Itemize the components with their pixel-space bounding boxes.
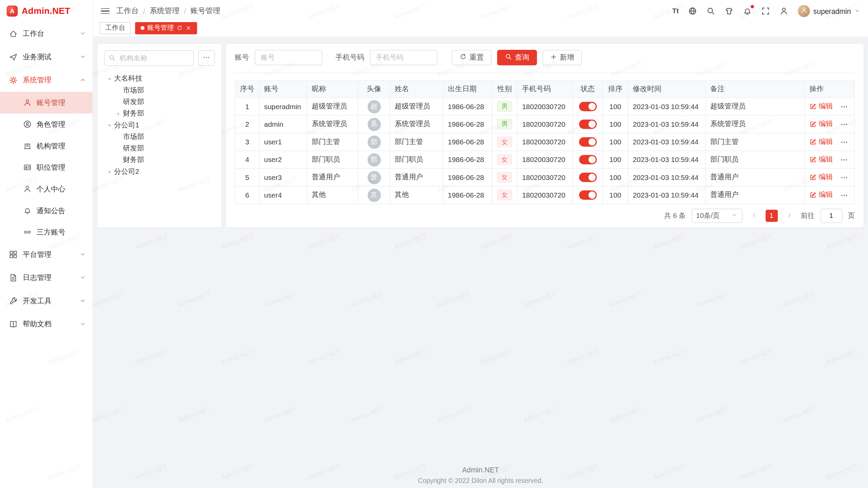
tree-node-label: 分公司1 <box>114 121 139 130</box>
tree-node[interactable]: 市场部 <box>104 131 215 143</box>
search-icon[interactable] <box>706 7 715 16</box>
status-toggle[interactable] <box>579 120 596 129</box>
cell-avatar: 系 <box>358 115 390 133</box>
search-icon <box>505 53 512 60</box>
search-button[interactable]: 查询 <box>497 50 537 65</box>
accounts-table: 序号账号昵称头像姓名出生日期性别手机号码状态排序修改时间备注操作 1supera… <box>235 80 855 204</box>
logo[interactable]: A Admin.NET <box>0 0 93 22</box>
edit-button[interactable]: 编辑 <box>809 190 833 200</box>
tree-node[interactable]: 分公司1 <box>104 120 215 131</box>
tree-node[interactable]: 大名科技 <box>104 73 215 85</box>
goto-page-input[interactable] <box>820 209 842 223</box>
sidebar-item-system-management[interactable]: 系统管理 <box>0 68 93 92</box>
edit-icon <box>809 156 816 163</box>
row-more-button[interactable] <box>840 103 848 110</box>
caret-right-icon[interactable] <box>114 110 123 117</box>
edit-button[interactable]: 编辑 <box>809 172 833 182</box>
fullscreen-icon[interactable] <box>761 7 770 16</box>
edit-button[interactable]: 编辑 <box>809 120 833 129</box>
row-more-button[interactable] <box>840 120 848 128</box>
theme-icon[interactable] <box>725 7 733 16</box>
sidebar-item-workbench[interactable]: 工作台 <box>0 22 93 45</box>
sidebar-item-position-management[interactable]: 职位管理 <box>0 157 93 178</box>
tree-node[interactable]: 研发部 <box>104 143 215 154</box>
sidebar-item-dev-tools[interactable]: 开发工具 <box>0 289 93 313</box>
add-button[interactable]: 新增 <box>542 50 582 65</box>
tab-label: 工作台 <box>105 23 125 33</box>
sidebar-item-notice-announcement[interactable]: 通知公告 <box>0 200 93 221</box>
edit-button[interactable]: 编辑 <box>809 137 833 147</box>
tree-node[interactable]: 财务部 <box>104 108 215 119</box>
status-toggle[interactable] <box>579 155 596 164</box>
cell-phone: 18020030720 <box>517 115 573 133</box>
status-toggle[interactable] <box>579 137 596 147</box>
profile-icon[interactable] <box>780 7 788 16</box>
row-more-button[interactable] <box>840 191 848 199</box>
user-menu[interactable]: superadmin <box>798 5 860 17</box>
sidebar-item-third-party-account[interactable]: 三方账号 <box>0 221 93 243</box>
account-query-input[interactable] <box>255 50 322 65</box>
tree-node[interactable]: 市场部 <box>104 85 215 96</box>
collapse-menu-button[interactable] <box>101 6 110 16</box>
page-size-select[interactable]: 10条/页 <box>691 209 742 223</box>
cell-birthdate: 1986-06-28 <box>443 151 492 168</box>
row-more-button[interactable] <box>840 174 848 181</box>
sidebar-item-platform-management[interactable]: 平台管理 <box>0 243 93 266</box>
org-tree: 大名科技市场部研发部财务部分公司1市场部研发部财务部分公司2 <box>104 73 215 178</box>
sidebar-item-personal-center[interactable]: 个人中心 <box>0 178 93 200</box>
cell-avatar: 部 <box>358 151 390 168</box>
sidebar-item-org-management[interactable]: 机构管理 <box>0 135 93 157</box>
sidebar-item-role-management[interactable]: 角色管理 <box>0 114 93 135</box>
language-icon[interactable] <box>688 7 697 16</box>
gender-tag: 女 <box>497 155 512 165</box>
column-header: 昵称 <box>307 81 358 98</box>
sidebar-item-help-docs[interactable]: 帮助文档 <box>0 312 93 336</box>
breadcrumb-item[interactable]: 工作台 <box>116 6 139 16</box>
cell-name: 普通用户 <box>390 168 443 186</box>
org-more-button[interactable] <box>198 50 215 66</box>
cell-nickname: 部门主管 <box>307 133 358 151</box>
tree-node[interactable]: 财务部 <box>104 155 215 166</box>
caret-down-icon[interactable] <box>105 122 114 129</box>
tree-node[interactable]: 研发部 <box>104 96 215 108</box>
page-1-button[interactable]: 1 <box>765 210 777 222</box>
phone-query-input[interactable] <box>370 50 437 65</box>
cell-sort: 100 <box>603 151 628 168</box>
next-page-button[interactable] <box>783 209 795 222</box>
caret-right-icon[interactable] <box>105 168 114 175</box>
org-search-input[interactable] <box>104 50 194 66</box>
sidebar-menu: 工作台业务测试系统管理账号管理角色管理机构管理职位管理个人中心通知公告三方账号平… <box>0 22 93 336</box>
plus-icon <box>550 54 557 60</box>
tree-node[interactable]: 分公司2 <box>104 166 215 178</box>
row-more-button[interactable] <box>840 156 848 164</box>
tab-close-icon[interactable] <box>185 25 192 31</box>
caret-down-icon[interactable] <box>105 76 114 82</box>
reset-button[interactable]: 重置 <box>452 50 492 65</box>
sidebar-item-business-test[interactable]: 业务测试 <box>0 45 93 69</box>
row-more-button[interactable] <box>840 138 848 146</box>
status-toggle[interactable] <box>579 102 596 111</box>
tab-workbench[interactable]: 工作台 <box>100 22 131 34</box>
status-toggle[interactable] <box>579 190 596 200</box>
font-size-icon[interactable]: Tt <box>672 7 679 15</box>
status-toggle[interactable] <box>579 173 596 182</box>
edit-button[interactable]: 编辑 <box>809 102 833 111</box>
link-icon <box>23 228 32 236</box>
sidebar-item-account-management[interactable]: 账号管理 <box>0 92 93 114</box>
cell-birthdate: 1986-06-28 <box>443 133 492 151</box>
sidebar-item-log-management[interactable]: 日志管理 <box>0 266 93 289</box>
sidebar: A Admin.NET 工作台业务测试系统管理账号管理角色管理机构管理职位管理个… <box>0 0 93 488</box>
chevron-down-icon <box>854 7 860 15</box>
cell-modified-time: 2023-01-03 10:59:44 <box>628 151 706 168</box>
edit-button[interactable]: 编辑 <box>809 155 833 164</box>
search-button-label: 查询 <box>515 53 529 62</box>
cell-index: 5 <box>235 168 259 186</box>
tab-account-management[interactable]: 账号管理 <box>135 22 197 34</box>
cell-actions: 编辑 <box>805 115 854 133</box>
cell-avatar: 部 <box>358 133 390 151</box>
breadcrumb-item[interactable]: 系统管理 <box>150 6 179 16</box>
tab-refresh-icon[interactable] <box>177 25 183 31</box>
prev-page-button[interactable] <box>748 209 760 222</box>
notification-icon[interactable] <box>743 7 752 16</box>
cell-name: 超级管理员 <box>390 98 443 115</box>
